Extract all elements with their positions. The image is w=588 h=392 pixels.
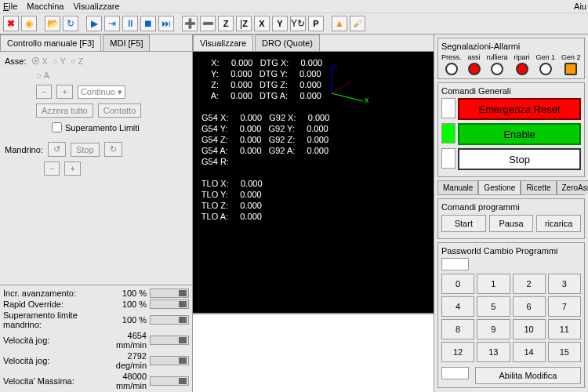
- enable-button[interactable]: Enable: [458, 123, 581, 145]
- keypad-9[interactable]: 9: [477, 319, 510, 339]
- override-limits-checkbox[interactable]: [52, 122, 62, 132]
- keypad-3[interactable]: 3: [548, 274, 581, 294]
- keypad-5[interactable]: 5: [477, 296, 510, 317]
- password-input[interactable]: [441, 367, 469, 379]
- spindle-plus-button[interactable]: +: [64, 162, 80, 176]
- led-roller: [491, 63, 503, 75]
- svg-line-4: [332, 82, 351, 93]
- program-commands-title: Comandi programmi: [441, 202, 581, 212]
- keypad-13[interactable]: 13: [477, 342, 510, 362]
- feed-override-slider[interactable]: [150, 289, 189, 298]
- spindle-minus-button[interactable]: −: [44, 162, 60, 176]
- led-gen1: [539, 63, 552, 75]
- jog-minus-button[interactable]: −: [36, 85, 52, 99]
- jog-plus-button[interactable]: +: [56, 85, 72, 99]
- alarms-title: Segnalazioni-Allarmi: [441, 42, 581, 51]
- tab-dro[interactable]: DRO (Quote): [255, 34, 320, 51]
- keypad-14[interactable]: 14: [513, 342, 546, 362]
- feed-override-value: 100 %: [100, 289, 147, 298]
- home-all-button[interactable]: Azzera tutto: [36, 103, 93, 118]
- menu-visualizzare[interactable]: Visualizzare: [73, 2, 119, 11]
- keypad-10[interactable]: 10: [513, 319, 546, 339]
- pause-icon[interactable]: ⏸: [122, 16, 138, 31]
- skip-icon[interactable]: ⏭: [158, 16, 174, 31]
- reload-icon[interactable]: ↻: [63, 16, 78, 31]
- tab-manual-control[interactable]: Controllo manuale [F3]: [0, 34, 101, 51]
- jog-angular-value: 2792 deg/min: [100, 351, 147, 370]
- tab-mdi[interactable]: MDI [F5]: [103, 34, 150, 51]
- keypad-4[interactable]: 4: [441, 296, 474, 317]
- rapid-override-label: Rapid Override:: [3, 299, 100, 309]
- rapid-override-slider[interactable]: [150, 299, 189, 309]
- svg-line-0: [332, 93, 363, 101]
- spindle-stop-button[interactable]: Stop: [71, 143, 100, 157]
- rtab-gestione[interactable]: Gestione: [478, 180, 521, 194]
- p-icon[interactable]: P: [308, 16, 324, 31]
- power-icon[interactable]: ◉: [21, 16, 37, 31]
- rtab-ricette[interactable]: Ricette: [521, 180, 556, 194]
- max-velocity-label: Velocita' Massima:: [3, 376, 100, 386]
- z-icon[interactable]: Z: [218, 16, 234, 31]
- stop-indicator: [441, 148, 456, 169]
- svg-text:x: x: [365, 95, 369, 104]
- y-icon[interactable]: Y: [272, 16, 288, 31]
- emergency-indicator: [441, 98, 456, 118]
- dro-display: X: 0.000 DTG X: 0.000 Y: 0.000 DTG Y: 0.…: [193, 52, 434, 313]
- keypad-7[interactable]: 7: [548, 296, 581, 317]
- keypad-2[interactable]: 2: [513, 274, 546, 294]
- pause-button[interactable]: Pausa: [489, 215, 534, 232]
- plus-icon[interactable]: ➕: [182, 16, 198, 31]
- gcode-area: [193, 313, 434, 392]
- feed-override-label: Incr. avanzamento:: [3, 289, 100, 298]
- keypad-11[interactable]: 11: [548, 319, 581, 339]
- zbar-icon[interactable]: |Z: [236, 16, 252, 31]
- keypad-1[interactable]: 1: [477, 274, 510, 294]
- spindle-ccw-button[interactable]: ↺: [48, 142, 66, 157]
- reload-button[interactable]: ricarica: [536, 215, 581, 232]
- led-pressure: [445, 63, 458, 75]
- led-axes: [468, 63, 481, 75]
- rtab-zeroassi[interactable]: ZeroAssi: [557, 180, 588, 194]
- enable-edit-button[interactable]: Abilita Modifica: [475, 367, 581, 384]
- cone-icon[interactable]: ▲: [332, 16, 347, 31]
- spindle-cw-button[interactable]: ↻: [104, 142, 122, 157]
- max-velocity-slider[interactable]: [150, 376, 189, 386]
- tab-preview[interactable]: Visualizzare: [193, 34, 253, 51]
- keypad-12[interactable]: 12: [441, 342, 474, 362]
- menu-macchina[interactable]: Macchina: [27, 2, 64, 11]
- step-icon[interactable]: ⇥: [104, 16, 120, 31]
- keypad-8[interactable]: 8: [441, 319, 474, 339]
- spindle-override-slider[interactable]: [150, 315, 189, 325]
- axis-gizmo-icon: xz: [324, 62, 371, 109]
- keypad-15[interactable]: 15: [548, 342, 581, 362]
- estop-icon[interactable]: ✖: [3, 16, 19, 31]
- jog-speed-slider[interactable]: [150, 336, 189, 345]
- stop-button[interactable]: Stop: [458, 148, 581, 170]
- x-icon[interactable]: X: [254, 16, 270, 31]
- menu-aiuto[interactable]: Aiu: [574, 2, 586, 11]
- axis-a-radio[interactable]: ○ A: [36, 71, 49, 80]
- emergency-reset-button[interactable]: Emergenza Reset: [458, 98, 581, 120]
- spindle-override-label: Superamento limite mandrino:: [3, 310, 100, 329]
- start-button[interactable]: Start: [441, 215, 486, 232]
- jog-mode-select[interactable]: Continuo ▾: [78, 85, 125, 99]
- axis-label: Asse:: [5, 56, 27, 66]
- play-icon[interactable]: ▶: [86, 16, 102, 31]
- jog-angular-label: Velocità jog:: [3, 356, 100, 365]
- yr-icon[interactable]: Y↻: [290, 16, 306, 31]
- password-display: [441, 258, 469, 270]
- stop-icon[interactable]: ⏹: [140, 16, 156, 31]
- keypad-6[interactable]: 6: [513, 296, 546, 317]
- axis-z-radio[interactable]: ○ Z: [71, 56, 83, 66]
- minus-icon[interactable]: ➖: [200, 16, 216, 31]
- axis-x-radio[interactable]: ⦿ X: [31, 56, 48, 66]
- spindle-label: Mandrino:: [5, 145, 43, 154]
- menu-file[interactable]: Eile: [3, 2, 17, 11]
- open-icon[interactable]: 📂: [45, 16, 60, 31]
- jog-angular-slider[interactable]: [150, 356, 189, 365]
- touch-off-button[interactable]: Contatto: [98, 103, 142, 118]
- rtab-manuale[interactable]: Manuale: [437, 180, 478, 194]
- brush-icon[interactable]: 🖌: [350, 16, 365, 31]
- axis-y-radio[interactable]: ○ Y: [53, 56, 66, 66]
- keypad-0[interactable]: 0: [441, 274, 474, 294]
